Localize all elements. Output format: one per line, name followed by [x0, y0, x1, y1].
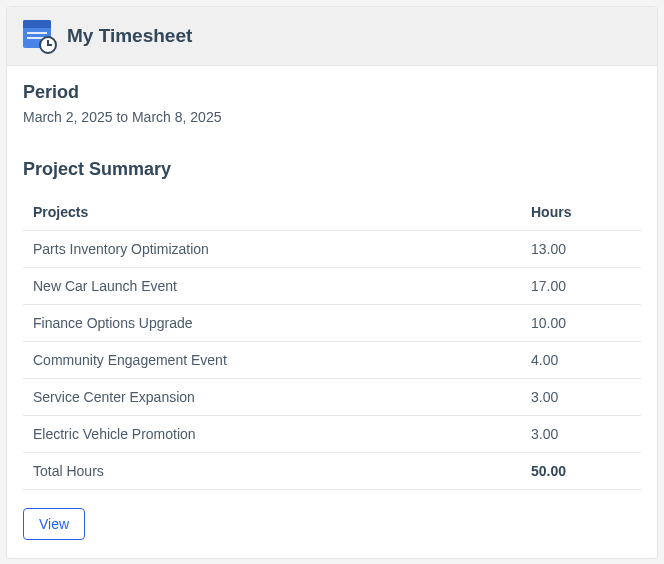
column-header-hours: Hours — [521, 194, 641, 231]
table-row: New Car Launch Event 17.00 — [23, 268, 641, 305]
project-hours: 3.00 — [521, 416, 641, 453]
table-row: Parts Inventory Optimization 13.00 — [23, 231, 641, 268]
project-hours: 10.00 — [521, 305, 641, 342]
total-label: Total Hours — [23, 453, 521, 490]
project-hours: 17.00 — [521, 268, 641, 305]
project-name: Community Engagement Event — [23, 342, 521, 379]
project-name: New Car Launch Event — [23, 268, 521, 305]
card-title: My Timesheet — [67, 25, 192, 47]
column-header-projects: Projects — [23, 194, 521, 231]
table-row: Community Engagement Event 4.00 — [23, 342, 641, 379]
table-row: Service Center Expansion 3.00 — [23, 379, 641, 416]
project-name: Parts Inventory Optimization — [23, 231, 521, 268]
project-hours: 4.00 — [521, 342, 641, 379]
project-summary-table: Projects Hours Parts Inventory Optimizat… — [23, 194, 641, 490]
project-summary-body: Parts Inventory Optimization 13.00 New C… — [23, 231, 641, 490]
period-value: March 2, 2025 to March 8, 2025 — [23, 109, 641, 125]
project-name: Service Center Expansion — [23, 379, 521, 416]
timesheet-card: My Timesheet Period March 2, 2025 to Mar… — [6, 6, 658, 559]
project-name: Electric Vehicle Promotion — [23, 416, 521, 453]
total-hours: 50.00 — [521, 453, 641, 490]
card-body: Period March 2, 2025 to March 8, 2025 Pr… — [7, 66, 657, 558]
project-hours: 3.00 — [521, 379, 641, 416]
card-header: My Timesheet — [7, 7, 657, 66]
table-row: Electric Vehicle Promotion 3.00 — [23, 416, 641, 453]
summary-title: Project Summary — [23, 159, 641, 180]
project-name: Finance Options Upgrade — [23, 305, 521, 342]
timesheet-icon — [23, 20, 55, 52]
period-label: Period — [23, 82, 641, 103]
total-row: Total Hours 50.00 — [23, 453, 641, 490]
project-hours: 13.00 — [521, 231, 641, 268]
table-row: Finance Options Upgrade 10.00 — [23, 305, 641, 342]
view-button[interactable]: View — [23, 508, 85, 540]
